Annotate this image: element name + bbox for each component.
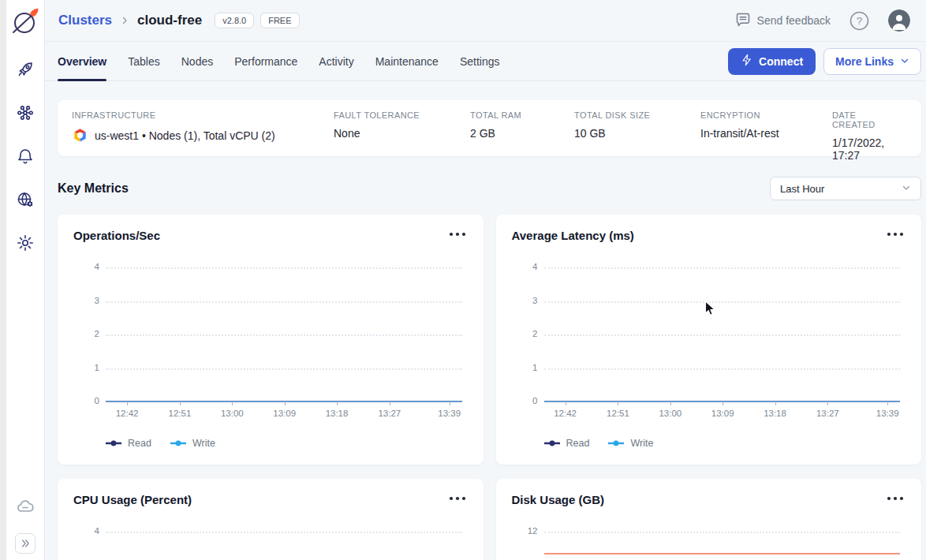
capacity-limit-line <box>544 553 901 554</box>
chart-card-cpu-usage-percent-: CPU Usage (Percent)4 <box>58 479 484 560</box>
legend-item-read: Read <box>544 438 590 449</box>
charts-grid: Operations/Sec4321012:4212:5113:0013:091… <box>58 215 921 560</box>
chart-card-operations-sec: Operations/Sec4321012:4212:5113:0013:091… <box>58 215 484 465</box>
x-axis-tick-label: 13:18 <box>326 409 349 418</box>
connect-button[interactable]: Connect <box>728 48 816 75</box>
bell-icon[interactable] <box>16 147 35 166</box>
x-axis-tick <box>618 401 618 405</box>
chart-title: Disk Usage (GB) <box>512 493 605 506</box>
chart-title: Average Latency (ms) <box>512 229 634 242</box>
info-field-label: DATE CREATED <box>832 110 899 129</box>
chart-plot-area: 4321012:4212:5113:0013:0913:1813:2713:39 <box>544 267 901 401</box>
more-links-label: More Links <box>835 55 894 68</box>
x-axis-tick <box>670 401 671 405</box>
more-links-button[interactable]: More Links <box>823 48 921 75</box>
version-badge: v2.8.0 <box>215 13 254 28</box>
gridline <box>544 267 901 269</box>
svg-text:?: ? <box>857 15 863 27</box>
tab-settings[interactable]: Settings <box>460 42 500 81</box>
x-axis-tick <box>887 401 888 405</box>
cockroach-cloud-logo[interactable] <box>0 0 45 44</box>
y-axis-tick-label: 4 <box>74 262 99 271</box>
gridline <box>544 301 901 303</box>
y-axis-tick-label: 2 <box>74 329 99 338</box>
gridline <box>544 334 901 336</box>
breadcrumb-clusters-link[interactable]: Clusters <box>58 13 112 28</box>
y-axis-tick-label: 2 <box>513 329 538 338</box>
info-field-encryption: ENCRYPTIONIn-transit/At-rest <box>700 110 832 146</box>
x-axis-tick <box>723 401 723 405</box>
x-axis-tick-label: 12:42 <box>554 409 577 418</box>
chart-menu-button[interactable] <box>885 493 905 504</box>
info-field-infrastructure: INFRASTRUCTUREus-west1 • Nodes (1), Tota… <box>72 110 334 146</box>
tab-overview[interactable]: Overview <box>58 42 106 81</box>
y-axis-tick-label: 0 <box>513 396 538 405</box>
gear-icon[interactable] <box>16 233 35 252</box>
tab-nodes[interactable]: Nodes <box>181 42 213 81</box>
y-axis-tick-label: 4 <box>513 262 538 271</box>
legend-marker-icon <box>608 440 624 446</box>
y-axis-tick-label: 4 <box>74 526 99 536</box>
key-metrics-title: Key Metrics <box>58 181 129 196</box>
x-axis-tick <box>180 401 181 405</box>
tab-activity[interactable]: Activity <box>319 42 353 81</box>
user-avatar-icon <box>888 9 910 32</box>
chart-plot-area: 12 <box>544 532 901 560</box>
cloud-icon[interactable] <box>16 497 35 516</box>
time-range-select[interactable]: Last Hour <box>770 177 921 200</box>
x-axis-tick <box>285 401 286 405</box>
tab-maintenance[interactable]: Maintenance <box>375 42 439 81</box>
connect-label: Connect <box>759 55 803 68</box>
rocket-icon[interactable] <box>16 60 35 79</box>
y-axis-tick-label: 3 <box>74 296 99 305</box>
gridline <box>106 532 462 533</box>
x-axis-tick <box>232 401 233 405</box>
chart-menu-button[interactable] <box>447 493 468 504</box>
time-range-value: Last Hour <box>780 183 824 195</box>
globe-gear-icon[interactable] <box>16 190 35 209</box>
sidebar-nav <box>9 44 35 252</box>
info-field-value: None <box>334 127 462 140</box>
legend-item-read: Read <box>106 438 151 449</box>
info-field-label: ENCRYPTION <box>700 110 824 120</box>
info-field-date-created: DATE CREATED1/17/2022, 17:27 <box>832 110 907 146</box>
plan-badge: FREE <box>260 13 299 28</box>
avatar[interactable] <box>888 9 910 32</box>
y-axis-tick-label: 3 <box>513 296 538 305</box>
sidebar-bottom <box>6 497 44 554</box>
help-button[interactable]: ? <box>849 11 869 31</box>
info-field-label: INFRASTRUCTURE <box>72 110 326 120</box>
x-axis-tick-label: 13:09 <box>711 409 734 418</box>
x-axis-tick <box>450 401 450 405</box>
chart-title: Operations/Sec <box>73 229 160 242</box>
x-axis-tick <box>566 401 566 405</box>
chart-legend: ReadWrite <box>544 438 654 449</box>
legend-item-write: Write <box>170 438 215 449</box>
x-axis-tick <box>390 401 390 405</box>
legend-marker-icon <box>106 440 121 446</box>
info-field-label: FAULT TOLERANCE <box>334 110 462 120</box>
x-axis-tick-label: 13:39 <box>438 409 461 418</box>
cluster-info-card: INFRASTRUCTUREus-west1 • Nodes (1), Tota… <box>58 100 921 156</box>
x-axis-tick <box>775 401 776 405</box>
x-axis-tick-label: 12:42 <box>116 409 139 418</box>
y-axis-tick-label: 1 <box>513 363 538 372</box>
info-field-total-disk-size: TOTAL DISK SIZE10 GB <box>574 110 700 146</box>
gridline <box>544 368 901 370</box>
x-axis-tick-label: 13:39 <box>876 409 899 418</box>
gridline <box>106 301 462 303</box>
info-field-value: us-west1 • Nodes (1), Total vCPU (2) <box>72 127 326 144</box>
app-window: Clusters cloud-free v2.8.0 FREE <box>0 0 926 560</box>
tab-performance[interactable]: Performance <box>234 42 297 81</box>
chart-menu-button[interactable] <box>885 229 905 240</box>
send-feedback-label: Send feedback <box>757 14 831 27</box>
sidebar-expand-button[interactable] <box>15 533 35 554</box>
network-icon[interactable] <box>16 103 35 122</box>
send-feedback-button[interactable]: Send feedback <box>735 12 831 30</box>
cluster-tabs: OverviewTablesNodesPerformanceActivityMa… <box>58 42 521 81</box>
chevron-down-icon <box>900 55 909 68</box>
chevron-down-icon <box>902 183 911 195</box>
chart-card-average-latency-ms-: Average Latency (ms)4321012:4212:5113:00… <box>496 215 922 465</box>
chart-menu-button[interactable] <box>447 229 468 240</box>
tab-tables[interactable]: Tables <box>128 42 159 81</box>
